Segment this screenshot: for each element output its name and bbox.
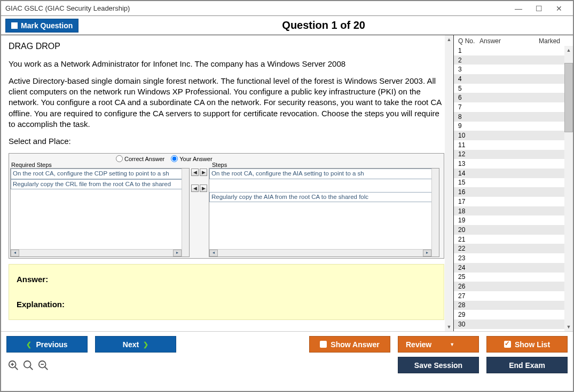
question-row[interactable]: 10 — [454, 131, 564, 140]
question-row[interactable]: 6 — [454, 93, 564, 102]
list-item[interactable]: On the root CA, configure the AIA settin… — [209, 169, 439, 179]
list-item[interactable]: Regularly copy the AIA from the root CA … — [209, 192, 439, 203]
question-list-header: Q No. Answer Marked — [454, 35, 573, 46]
question-row[interactable]: 5 — [454, 84, 564, 93]
question-row[interactable]: 27 — [454, 291, 564, 301]
question-row[interactable]: 20 — [454, 225, 564, 235]
question-row[interactable]: 21 — [454, 235, 564, 244]
scrollbar-vertical[interactable] — [182, 169, 189, 257]
question-row[interactable]: 9 — [454, 122, 564, 131]
question-row[interactable]: 22 — [454, 244, 564, 253]
mark-question-label: Mark Question — [21, 21, 73, 30]
maximize-icon[interactable]: ☐ — [529, 3, 548, 14]
checkbox-icon — [320, 341, 327, 348]
question-row[interactable]: 16 — [454, 187, 564, 197]
question-row[interactable]: 8 — [454, 112, 564, 122]
titlebar: GIAC GSLC (GIAC Security Leadership) — ☐… — [1, 1, 573, 16]
question-row[interactable]: 18 — [454, 206, 564, 216]
move-right-button[interactable]: ▶ — [200, 169, 207, 176]
list-item[interactable]: On the root CA, configure the CDP settin… — [11, 169, 189, 179]
question-row[interactable]: 23 — [454, 253, 564, 263]
list-scrollbar[interactable]: ▲ ▼ — [564, 46, 573, 331]
explanation-heading: Explanation: — [17, 299, 436, 310]
question-row[interactable]: 3 — [454, 65, 564, 74]
end-exam-button[interactable]: End Exam — [486, 357, 568, 373]
previous-button[interactable]: ❮Previous — [6, 336, 88, 353]
chevron-right-icon: ❯ — [143, 341, 148, 348]
zoom-out-icon[interactable] — [37, 359, 49, 371]
header: Mark Question Question 1 of 20 — [1, 16, 573, 35]
close-icon[interactable]: ✕ — [549, 3, 569, 14]
question-row[interactable]: 28 — [454, 301, 564, 310]
scrollbar-horizontal[interactable] — [11, 249, 182, 257]
select-place-label: Select and Place: — [9, 136, 446, 147]
question-row[interactable]: 17 — [454, 197, 564, 206]
scroll-up-icon[interactable]: ▲ — [445, 35, 453, 44]
question-row[interactable]: 29 — [454, 310, 564, 319]
main-area: DRAG DROP You work as a Network Administ… — [1, 35, 573, 331]
list-item[interactable]: Regularly copy the CRL file from the roo… — [11, 179, 189, 190]
zoom-in-icon[interactable] — [7, 359, 19, 371]
question-row[interactable]: 24 — [454, 263, 564, 273]
chevron-left-icon: ❮ — [26, 341, 32, 348]
answer-panel: Answer: Explanation: — [9, 264, 444, 320]
steps-list[interactable]: On the root CA, configure the AIA settin… — [209, 168, 439, 257]
question-list-pane: Q No. Answer Marked 12345678910111213141… — [454, 35, 573, 331]
question-list: 1234567891011121314151617181920212223242… — [454, 46, 573, 331]
question-para-1: You work as a Network Administrator for … — [9, 59, 446, 69]
col-qno: Q No. — [458, 37, 479, 45]
scroll-up-icon[interactable]: ▲ — [564, 46, 573, 54]
question-row[interactable]: 26 — [454, 282, 564, 291]
question-para-2: Active Directory-based single domain sin… — [9, 76, 446, 130]
question-row[interactable]: 1 — [454, 46, 564, 55]
question-row[interactable]: 14 — [454, 169, 564, 178]
question-row[interactable]: 2 — [454, 55, 564, 65]
scrollbar-vertical[interactable] — [431, 169, 439, 257]
content-scrollbar[interactable]: ▲ ▼ — [445, 35, 453, 331]
show-list-button[interactable]: Show List — [486, 336, 568, 353]
svg-point-4 — [24, 361, 31, 367]
svg-line-1 — [15, 366, 18, 370]
question-row[interactable]: 25 — [454, 273, 564, 282]
footer: ❮Previous Next❯ Show Answer Review▼ Show… — [1, 331, 573, 378]
move-buttons: ◀ ▶ ◀ ▶ — [191, 154, 208, 258]
required-steps-list[interactable]: On the root CA, configure the CDP settin… — [10, 168, 190, 257]
save-session-button[interactable]: Save Session — [398, 357, 479, 373]
scrollbar-horizontal[interactable] — [209, 249, 431, 257]
content-inner: DRAG DROP You work as a Network Administ… — [1, 35, 453, 325]
question-row[interactable]: 19 — [454, 215, 564, 225]
chevron-down-icon: ▼ — [450, 342, 454, 347]
move-left-button[interactable]: ◀ — [191, 185, 199, 192]
question-row[interactable]: 11 — [454, 140, 564, 150]
scroll-down-icon[interactable]: ▼ — [445, 323, 453, 331]
svg-line-7 — [45, 366, 48, 370]
move-right-button[interactable]: ▶ — [200, 185, 207, 192]
question-row[interactable]: 13 — [454, 159, 564, 169]
zoom-icon[interactable] — [22, 359, 34, 371]
answer-heading: Answer: — [17, 274, 436, 285]
scrollbar-thumb[interactable] — [564, 63, 573, 132]
minimize-icon[interactable]: — — [509, 3, 528, 14]
mark-question-button[interactable]: Mark Question — [5, 19, 78, 33]
content-pane: DRAG DROP You work as a Network Administ… — [1, 35, 454, 331]
move-left-button[interactable]: ◀ — [191, 169, 199, 176]
svg-line-5 — [30, 366, 33, 370]
question-row[interactable]: 12 — [454, 150, 564, 159]
zoom-controls — [6, 359, 49, 371]
question-row[interactable]: 30 — [454, 319, 564, 329]
question-row[interactable]: 15 — [454, 178, 564, 188]
checkbox-checked-icon — [504, 341, 511, 348]
question-row[interactable]: 4 — [454, 74, 564, 84]
col-marked: Marked — [520, 37, 571, 45]
radio-correct-answer[interactable]: Correct Answer — [116, 154, 164, 163]
review-button[interactable]: Review▼ — [398, 336, 479, 353]
col-answer: Answer — [479, 37, 520, 45]
radio-your-answer[interactable]: Your Answer — [171, 154, 212, 163]
answer-mode-radios: Correct Answer Your Answer — [116, 154, 213, 163]
next-button[interactable]: Next❯ — [95, 336, 176, 353]
show-answer-button[interactable]: Show Answer — [309, 336, 390, 353]
window-title: GIAC GSLC (GIAC Security Leadership) — [5, 4, 508, 12]
question-row[interactable]: 7 — [454, 102, 564, 112]
question-counter: Question 1 of 20 — [78, 19, 569, 31]
scroll-down-icon[interactable]: ▼ — [564, 323, 573, 331]
